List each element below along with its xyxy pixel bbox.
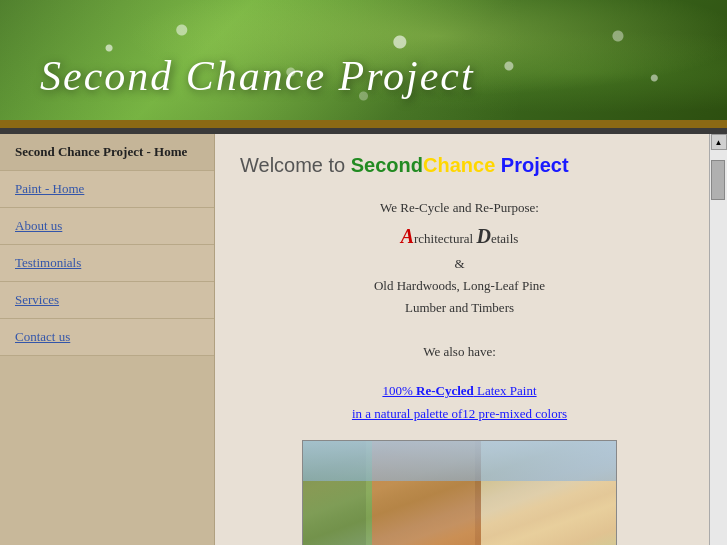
recycle-text: We Re-Cycle and Re-Purpose:: [240, 197, 679, 219]
main-layout: Second Chance Project - Home Paint - Hom…: [0, 134, 727, 545]
brown-divider: [0, 120, 727, 128]
site-title: Second Chance Project: [40, 52, 475, 100]
also-have-text: We also have:: [240, 341, 679, 363]
sidebar-item-paint[interactable]: Paint - Home: [0, 171, 214, 208]
sidebar-item-about[interactable]: About us: [0, 208, 214, 245]
arch-a: A: [401, 225, 414, 247]
sidebar-item-services[interactable]: Services: [0, 282, 214, 319]
welcome-heading: Welcome to SecondChance Project: [240, 154, 679, 177]
arch-line: Architectural Details: [240, 219, 679, 253]
sidebar: Second Chance Project - Home Paint - Hom…: [0, 134, 215, 545]
main-text-block: We Re-Cycle and Re-Purpose: Architectura…: [240, 197, 679, 364]
welcome-project: Project: [501, 154, 569, 176]
sidebar-item-contact[interactable]: Contact us: [0, 319, 214, 356]
arch-rest: rchitectural: [414, 231, 476, 246]
welcome-chance: Chance: [423, 154, 495, 176]
paint-link-line2: in a natural palette of12 pre-mixed colo…: [352, 406, 567, 421]
header-banner: Second Chance Project: [0, 0, 727, 120]
ampersand: &: [240, 253, 679, 275]
scroll-up-button[interactable]: ▲: [711, 134, 727, 150]
details-rest: etails: [491, 231, 518, 246]
scroll-track[interactable]: [710, 150, 727, 545]
main-content: Welcome to SecondChance Project We Re-Cy…: [215, 134, 709, 545]
details-d: D: [476, 225, 490, 247]
paint-link[interactable]: 100% Re-Cycled Latex Paint in a natural …: [240, 379, 679, 426]
recycled-label: Re-Cycled: [416, 383, 474, 398]
paint-link-line1: 100% Re-Cycled Latex Paint: [382, 383, 536, 398]
welcome-text: Welcome to: [240, 154, 351, 176]
sidebar-item-testimonials[interactable]: Testimonials: [0, 245, 214, 282]
scrollbar: ▲ ▼: [709, 134, 727, 545]
welcome-second: Second: [351, 154, 423, 176]
sidebar-item-home[interactable]: Second Chance Project - Home: [0, 134, 214, 171]
building-image: [302, 440, 617, 545]
scroll-thumb[interactable]: [711, 160, 725, 200]
lumber-text: Lumber and Timbers: [240, 297, 679, 319]
hardwoods-text: Old Hardwoods, Long-Leaf Pine: [240, 275, 679, 297]
